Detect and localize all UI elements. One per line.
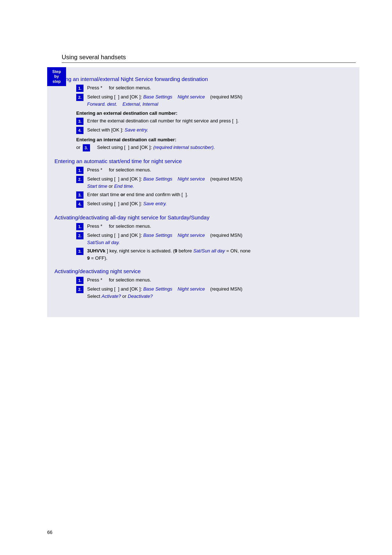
section-3-step-2: 2. Select using [ ] and [OK ]: Base Sett… bbox=[76, 232, 348, 246]
step-badge-line1: Step bbox=[52, 69, 61, 74]
base-settings-link-1: Base Settings bbox=[143, 94, 172, 100]
night-service-link-1: Night service bbox=[177, 94, 205, 100]
start-time-link: Start time bbox=[87, 183, 107, 189]
section-2-step-3: 3. Enter start time or end time and conf… bbox=[76, 191, 348, 199]
sat-sun-all-day-link-2: Sat/Sun all day bbox=[193, 248, 225, 254]
s4-step-num-1: 1. bbox=[76, 277, 83, 284]
s3-step-num-2: 2. bbox=[76, 232, 83, 239]
section-1-step-4: 4. Select with [OK ]: Save entry. bbox=[76, 126, 348, 134]
s4-step-num-2: 2. bbox=[76, 286, 83, 293]
activate-link: Activate? bbox=[102, 293, 121, 299]
section-4-step-1: 1. Press * for selection menus. bbox=[76, 276, 348, 284]
sat-sun-all-day-link-1: Sat/Sun all day. bbox=[87, 240, 120, 245]
internal-destination-title: Entering an internal destination call nu… bbox=[76, 137, 348, 142]
section-3-steps: 1. Press * for selection menus. 2. Selec… bbox=[76, 223, 348, 262]
page: Using several handsets Step by step Sett… bbox=[0, 0, 392, 555]
s2-step-3-text: Enter start time or end time and confirm… bbox=[87, 191, 348, 198]
or-bold: or bbox=[121, 192, 125, 197]
step-badge: Step by step bbox=[47, 67, 66, 86]
save-entry-link-1: Save entry. bbox=[124, 127, 148, 133]
step-num-2: 2. bbox=[76, 94, 83, 101]
s2-step-num-4: 4. bbox=[76, 200, 83, 208]
step-2-text: Select using [ ] and [OK ]: Base Setting… bbox=[87, 93, 348, 108]
section-2-steps: 1. Press * for selection menus. 2. Selec… bbox=[76, 166, 348, 208]
s4-step-2-text: Select using [ ] and [OK ]: Base Setting… bbox=[87, 285, 348, 300]
step-4a-text: Select with [OK ]: Save entry. bbox=[87, 126, 348, 134]
section-2-step-2: 2. Select using [ ] and [OK ]: Base Sett… bbox=[76, 175, 348, 190]
s2-step-num-1: 1. bbox=[76, 167, 83, 174]
save-entry-link-2: Save entry. bbox=[143, 201, 167, 206]
section-2-step-4: 4. Select using [ ] and [OK ]: Save entr… bbox=[76, 200, 348, 208]
step-3a-text: Enter the external destination call numb… bbox=[87, 117, 348, 125]
section-1-block: Setting an internal/external Night Servi… bbox=[54, 76, 348, 151]
page-number: 66 bbox=[47, 530, 52, 535]
base-settings-link-2: Base Settings bbox=[143, 176, 172, 182]
night-service-link-3: Night service bbox=[177, 232, 205, 238]
end-time-link: End time. bbox=[114, 183, 134, 189]
base-settings-link-3: Base Settings bbox=[143, 232, 172, 238]
section-4-title: Activating/deactivating night service bbox=[54, 268, 348, 274]
forward-dest-link: Forward. dest. bbox=[87, 101, 117, 107]
s2-step-num-2: 2. bbox=[76, 176, 83, 183]
section-4-step-2: 2. Select using [ ] and [OK ]: Base Sett… bbox=[76, 285, 348, 300]
s4-step-1-text: Press * for selection menus. bbox=[87, 276, 348, 284]
external-internal-link: External, Internal bbox=[123, 101, 158, 107]
section-1-steps: 1. Press * for selection menus. 2. Selec… bbox=[76, 84, 348, 108]
section-4-block: Activating/deactivating night service 1.… bbox=[54, 268, 348, 300]
section-3-step-3: 3. 3UHVVk ] key, night service is activa… bbox=[76, 247, 348, 262]
s3-step-3-text: 3UHVVk ] key, night service is activated… bbox=[87, 247, 348, 262]
required-internal-link: (required internal subscriber). bbox=[153, 145, 215, 150]
step-badge-line3: step bbox=[53, 79, 61, 84]
s2-step-num-3: 3. bbox=[76, 191, 83, 199]
s3-step-1-text: Press * for selection menus. bbox=[87, 223, 348, 230]
step-num-4a: 4. bbox=[76, 127, 83, 134]
s3-step-num-3: 3. bbox=[76, 248, 83, 255]
section-1-step-1: 1. Press * for selection menus. bbox=[76, 84, 348, 92]
s2-step-4-text: Select using [ ] and [OK ]: Save entry. bbox=[87, 200, 348, 207]
step-1-text: Press * for selection menus. bbox=[87, 84, 348, 92]
s3-step-2-text: Select using [ ] and [OK ]: Base Setting… bbox=[87, 232, 348, 246]
section-2-step-1: 1. Press * for selection menus. bbox=[76, 166, 348, 174]
s2-step-1-text: Press * for selection menus. bbox=[87, 166, 348, 174]
step-3b-text: Select using [ ] and [OK ]: (required in… bbox=[97, 144, 348, 151]
section-4-steps: 1. Press * for selection menus. 2. Selec… bbox=[76, 276, 348, 300]
nine-bold: 9 bbox=[175, 248, 177, 254]
section-2-block: Entering an automatic start/end time for… bbox=[54, 158, 348, 208]
night-service-link-4: Night service bbox=[177, 286, 205, 292]
night-service-link-2: Night service bbox=[177, 176, 205, 182]
or-step-row: or 3. Select using [ ] and [OK ]: (requi… bbox=[76, 144, 348, 151]
step-num-3a: 3. bbox=[76, 118, 83, 125]
step-num-3b: 3. bbox=[83, 144, 90, 151]
s2-step-2-text: Select using [ ] and [OK ]: Base Setting… bbox=[87, 175, 348, 190]
section-heading-text: Using several handsets bbox=[62, 54, 126, 61]
base-settings-link-4: Base Settings bbox=[143, 286, 172, 292]
external-destination-title: Entering an external destination call nu… bbox=[76, 110, 348, 116]
external-steps: 3. Enter the external destination call n… bbox=[76, 117, 348, 134]
content-area: Setting an internal/external Night Servi… bbox=[47, 67, 359, 317]
section-1-title: Setting an internal/external Night Servi… bbox=[54, 76, 348, 82]
section-2-title: Entering an automatic start/end time for… bbox=[54, 158, 348, 164]
section-1-step-3: 3. Enter the external destination call n… bbox=[76, 117, 348, 125]
step-badge-line2: by bbox=[54, 74, 59, 79]
section-3-title: Activating/deactivating all-day night se… bbox=[54, 214, 348, 220]
nine-bold-2: 9 bbox=[87, 255, 90, 261]
step-num-1: 1. bbox=[76, 85, 83, 92]
s3-step-num-1: 1. bbox=[76, 223, 83, 230]
deactivate-link: Deactivate? bbox=[128, 293, 153, 299]
section-1-step-2: 2. Select using [ ] and [OK ]: Base Sett… bbox=[76, 93, 348, 108]
section-heading: Using several handsets bbox=[62, 54, 356, 63]
or-label: or bbox=[76, 145, 81, 150]
section-3-block: Activating/deactivating all-day night se… bbox=[54, 214, 348, 262]
section-3-step-1: 1. Press * for selection menus. bbox=[76, 223, 348, 230]
press-key-bold: 3UHVVk bbox=[87, 248, 106, 254]
